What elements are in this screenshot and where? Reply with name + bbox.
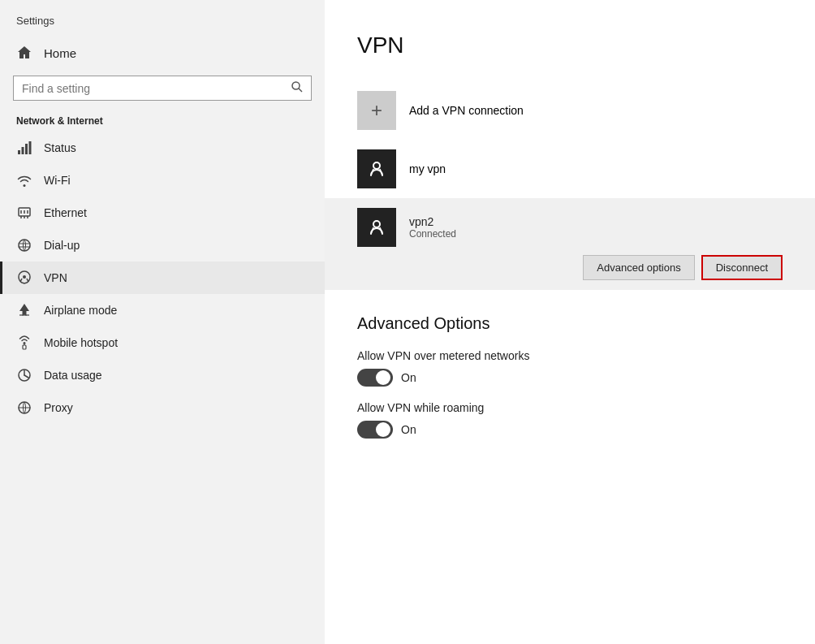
sidebar-item-status[interactable]: Status: [0, 132, 325, 164]
sidebar-item-ethernet[interactable]: Ethernet: [0, 197, 325, 229]
metered-toggle[interactable]: [357, 369, 393, 387]
add-vpn-item[interactable]: + Add a VPN connection: [357, 81, 783, 140]
sidebar-item-proxy[interactable]: Proxy: [0, 391, 325, 424]
metered-toggle-row: Allow VPN over metered networks On: [357, 349, 783, 387]
vpn-nav-icon: [16, 270, 32, 286]
svg-point-13: [19, 240, 30, 251]
svg-point-20: [24, 342, 26, 344]
main-content: VPN + Add a VPN connection my vpn: [325, 0, 815, 644]
data-icon: [16, 367, 32, 383]
sidebar-item-label-airplane: Airplane mode: [44, 304, 117, 317]
sidebar-item-label-dialup: Dial-up: [44, 239, 80, 252]
sidebar-item-vpn[interactable]: VPN: [0, 261, 325, 294]
svg-point-0: [292, 82, 300, 89]
airplane-icon: [16, 302, 32, 318]
roaming-toggle-row: Allow VPN while roaming On: [357, 401, 783, 439]
vpn-list: + Add a VPN connection my vpn: [357, 81, 783, 290]
svg-rect-5: [29, 141, 32, 154]
myvpn-name: my vpn: [409, 162, 446, 175]
vpn2-info: vpn2 Connected: [409, 215, 456, 240]
sidebar-item-airplane[interactable]: Airplane mode: [0, 294, 325, 326]
sidebar-item-hotspot[interactable]: Mobile hotspot: [0, 326, 325, 359]
svg-rect-4: [25, 144, 28, 154]
sidebar-item-label-hotspot: Mobile hotspot: [44, 336, 118, 349]
sidebar-item-wifi[interactable]: Wi-Fi: [0, 164, 325, 197]
sidebar-item-label-status: Status: [44, 141, 76, 154]
vpn-item-myvpn[interactable]: my vpn: [357, 140, 783, 198]
roaming-state: On: [401, 423, 416, 436]
svg-point-16: [23, 275, 26, 279]
add-vpn-label: Add a VPN connection: [409, 104, 524, 117]
search-box[interactable]: [13, 76, 312, 101]
advanced-options-title: Advanced Options: [357, 314, 783, 333]
sidebar-item-home[interactable]: Home: [0, 35, 325, 71]
svg-line-17: [20, 279, 22, 282]
section-title: Network & Internet: [0, 109, 325, 132]
plus-icon: +: [371, 99, 382, 122]
svg-point-29: [373, 221, 380, 227]
vpn2-top[interactable]: vpn2 Connected: [357, 208, 783, 247]
page-title: VPN: [357, 32, 783, 58]
metered-state: On: [401, 371, 416, 384]
vpn2-actions: Advanced options Disconnect: [357, 255, 783, 280]
add-vpn-icon-box: +: [357, 91, 396, 130]
sidebar-item-data[interactable]: Data usage: [0, 359, 325, 391]
search-input[interactable]: [22, 82, 291, 95]
svg-rect-2: [18, 150, 20, 154]
disconnect-button[interactable]: Disconnect: [701, 255, 783, 280]
dialup-icon: [16, 237, 32, 253]
search-icon: [291, 81, 303, 95]
svg-rect-21: [23, 345, 26, 349]
sidebar-item-label-vpn: VPN: [44, 271, 67, 284]
ethernet-icon: [16, 205, 32, 221]
sidebar: Settings Home Network & Internet: [0, 0, 325, 644]
metered-toggle-control: On: [357, 369, 783, 387]
status-icon: [16, 140, 32, 156]
roaming-label: Allow VPN while roaming: [357, 401, 783, 414]
home-label: Home: [44, 46, 76, 60]
roaming-toggle-control: On: [357, 421, 783, 439]
sidebar-item-label-data: Data usage: [44, 369, 102, 382]
home-icon: [16, 45, 32, 61]
app-title: Settings: [0, 0, 325, 35]
roaming-toggle[interactable]: [357, 421, 393, 439]
vpn2-status: Connected: [409, 228, 456, 240]
svg-point-26: [373, 162, 380, 169]
sidebar-item-label-proxy: Proxy: [44, 401, 73, 414]
advanced-options-button[interactable]: Advanced options: [583, 255, 694, 280]
wifi-icon: [16, 172, 32, 188]
svg-line-18: [27, 279, 28, 282]
metered-label: Allow VPN over metered networks: [357, 349, 783, 362]
svg-rect-3: [22, 147, 24, 154]
sidebar-item-label-ethernet: Ethernet: [44, 206, 87, 219]
vpn2-connected-block: vpn2 Connected Advanced options Disconne…: [325, 198, 815, 290]
myvpn-icon-box: [357, 149, 396, 188]
sidebar-item-dialup[interactable]: Dial-up: [0, 229, 325, 261]
svg-line-1: [299, 89, 302, 92]
hotspot-icon: [16, 335, 32, 351]
advanced-options-section: Advanced Options Allow VPN over metered …: [357, 314, 783, 439]
proxy-icon: [16, 400, 32, 416]
vpn2-name: vpn2: [409, 215, 456, 228]
vpn2-icon-box: [357, 208, 396, 247]
sidebar-item-label-wifi: Wi-Fi: [44, 174, 71, 187]
